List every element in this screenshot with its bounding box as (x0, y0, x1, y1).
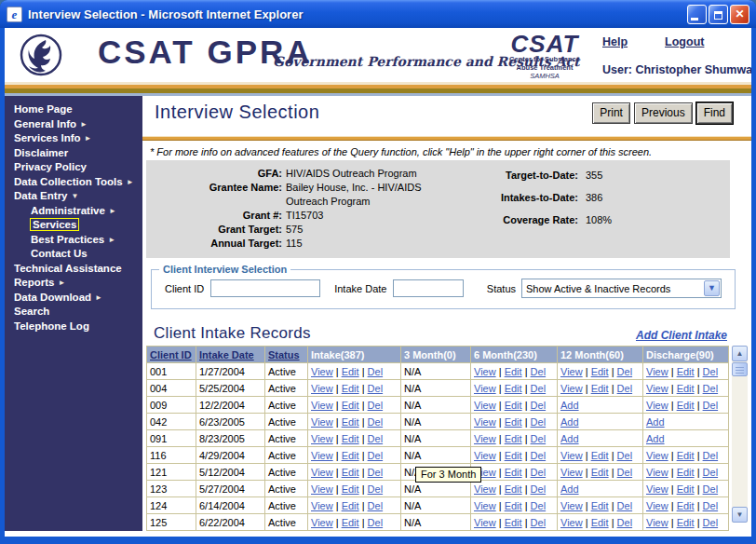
view-link[interactable]: View (474, 383, 496, 394)
view-link[interactable]: View (646, 517, 668, 528)
del-link[interactable]: Del (531, 467, 547, 478)
edit-link[interactable]: Edit (342, 433, 359, 444)
del-link[interactable]: Del (617, 450, 633, 461)
del-link[interactable]: Del (703, 500, 719, 511)
view-link[interactable]: View (474, 433, 496, 444)
view-link[interactable]: View (646, 383, 668, 394)
sidebar-item-disclaimer[interactable]: Disclaimer (5, 146, 142, 161)
chevron-down-icon[interactable]: ▼ (704, 280, 720, 296)
client-id-input[interactable] (210, 279, 320, 297)
edit-link[interactable]: Edit (342, 467, 359, 478)
del-link[interactable]: Del (617, 467, 633, 478)
del-link[interactable]: Del (617, 383, 633, 394)
sidebar-item-data-download[interactable]: Data Download► (5, 291, 142, 306)
view-link[interactable]: View (646, 500, 668, 511)
del-link[interactable]: Del (617, 517, 633, 528)
view-link[interactable]: View (474, 517, 496, 528)
del-link[interactable]: Del (368, 433, 384, 444)
sidebar-item-data-entry[interactable]: Data Entry▼ (5, 189, 142, 204)
sidebar-item-general-info[interactable]: General Info► (5, 117, 142, 132)
sidebar-item-administrative[interactable]: Administrative► (5, 204, 142, 219)
view-link[interactable]: View (311, 366, 333, 377)
del-link[interactable]: Del (368, 450, 384, 461)
view-link[interactable]: View (311, 450, 333, 461)
del-link[interactable]: Del (703, 517, 719, 528)
view-link[interactable]: View (474, 450, 496, 461)
edit-link[interactable]: Edit (677, 366, 695, 377)
del-link[interactable]: Del (531, 500, 547, 511)
sidebar-item-telephone-log[interactable]: Telephone Log (5, 320, 142, 334)
sidebar-item-data-collection-tools[interactable]: Data Collection Tools► (5, 175, 142, 190)
sidebar-item-home-page[interactable]: Home Page (5, 102, 142, 117)
edit-link[interactable]: Edit (677, 400, 695, 411)
edit-link[interactable]: Edit (505, 366, 522, 377)
del-link[interactable]: Del (703, 467, 719, 478)
del-link[interactable]: Del (368, 500, 384, 511)
view-link[interactable]: View (646, 400, 668, 411)
sort-link[interactable]: Status (268, 349, 300, 360)
view-link[interactable]: View (560, 517, 583, 528)
edit-link[interactable]: Edit (591, 450, 609, 461)
view-link[interactable]: View (560, 383, 583, 394)
view-link[interactable]: View (646, 450, 668, 461)
view-link[interactable]: View (311, 500, 333, 511)
column-header-client-id[interactable]: Client ID (147, 347, 196, 363)
add-link[interactable]: Add (560, 416, 579, 428)
del-link[interactable]: Del (531, 517, 547, 528)
edit-link[interactable]: Edit (342, 400, 359, 411)
edit-link[interactable]: Edit (342, 450, 359, 461)
edit-link[interactable]: Edit (505, 400, 522, 411)
edit-link[interactable]: Edit (591, 467, 609, 478)
scrollbar-thumb[interactable] (732, 362, 748, 376)
view-link[interactable]: View (311, 433, 333, 444)
scroll-down-icon[interactable]: ▼ (732, 507, 748, 523)
logout-link[interactable]: Logout (665, 35, 704, 48)
help-link[interactable]: Help (602, 35, 628, 48)
view-link[interactable]: View (474, 416, 496, 428)
add-link[interactable]: Add (560, 433, 579, 444)
edit-link[interactable]: Edit (505, 500, 522, 511)
edit-link[interactable]: Edit (505, 416, 522, 428)
add-link[interactable]: Add (646, 433, 665, 444)
view-link[interactable]: View (646, 483, 668, 495)
view-link[interactable]: View (560, 450, 583, 461)
view-link[interactable]: View (474, 400, 496, 411)
del-link[interactable]: Del (368, 366, 384, 377)
del-link[interactable]: Del (531, 483, 547, 495)
edit-link[interactable]: Edit (677, 483, 695, 495)
sort-link[interactable]: Client ID (150, 349, 192, 360)
del-link[interactable]: Del (531, 450, 547, 461)
view-link[interactable]: View (560, 366, 583, 377)
del-link[interactable]: Del (368, 467, 384, 478)
del-link[interactable]: Del (368, 400, 384, 411)
edit-link[interactable]: Edit (677, 450, 695, 461)
view-link[interactable]: View (311, 483, 333, 495)
view-link[interactable]: View (474, 483, 496, 495)
edit-link[interactable]: Edit (505, 383, 522, 394)
add-link[interactable]: Add (646, 416, 665, 428)
del-link[interactable]: Del (703, 450, 719, 461)
edit-link[interactable]: Edit (342, 383, 359, 394)
edit-link[interactable]: Edit (505, 483, 522, 495)
del-link[interactable]: Del (703, 483, 719, 495)
del-link[interactable]: Del (703, 383, 719, 394)
del-link[interactable]: Del (617, 366, 633, 377)
previous-button[interactable]: Previous (634, 102, 693, 124)
del-link[interactable]: Del (617, 500, 633, 511)
add-link[interactable]: Add (560, 483, 579, 495)
del-link[interactable]: Del (368, 483, 384, 495)
sidebar-item-privacy-policy[interactable]: Privacy Policy (5, 160, 142, 175)
del-link[interactable]: Del (368, 517, 384, 528)
edit-link[interactable]: Edit (591, 383, 609, 394)
view-link[interactable]: View (311, 383, 333, 394)
del-link[interactable]: Del (531, 433, 547, 444)
find-button[interactable]: Find (696, 102, 733, 124)
sidebar-item-technical-assistance[interactable]: Technical Assistance (5, 262, 142, 277)
sidebar-item-contact-us[interactable]: Contact Us (5, 247, 142, 262)
intake-date-input[interactable] (393, 279, 464, 297)
sidebar-item-search[interactable]: Search (5, 305, 142, 320)
view-link[interactable]: View (311, 400, 333, 411)
del-link[interactable]: Del (531, 366, 547, 377)
del-link[interactable]: Del (368, 416, 384, 428)
view-link[interactable]: View (560, 500, 583, 511)
